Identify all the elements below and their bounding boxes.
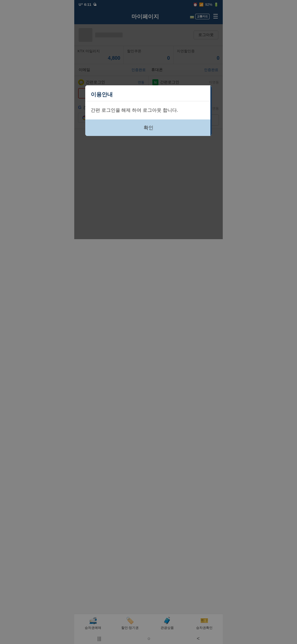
info-modal: 이용안내 간편 로그인을 해제 하여 로그아웃 합니다. 확인	[85, 85, 212, 136]
modal-title-bar: 이용안내	[85, 85, 212, 101]
scroll-indicator	[210, 85, 212, 136]
modal-body: 간편 로그인을 해제 하여 로그아웃 합니다.	[85, 101, 212, 119]
modal-confirm-button[interactable]: 확인	[85, 119, 212, 136]
modal-overlay: 이용안내 간편 로그인을 해제 하여 로그아웃 합니다. 확인	[74, 0, 223, 239]
modal-title: 이용안내	[91, 91, 206, 98]
modal-message: 간편 로그인을 해제 하여 로그아웃 합니다.	[91, 107, 206, 114]
